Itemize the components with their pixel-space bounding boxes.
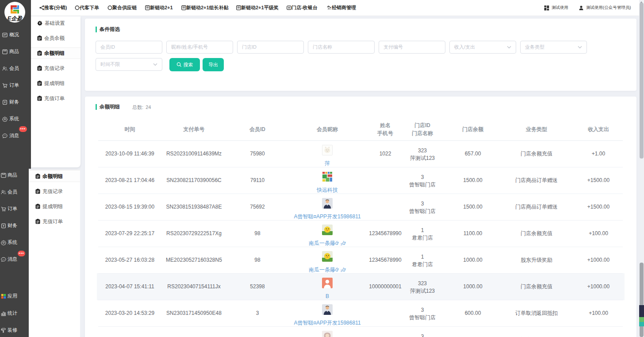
svg-text:E企盈: E企盈: [8, 15, 23, 22]
